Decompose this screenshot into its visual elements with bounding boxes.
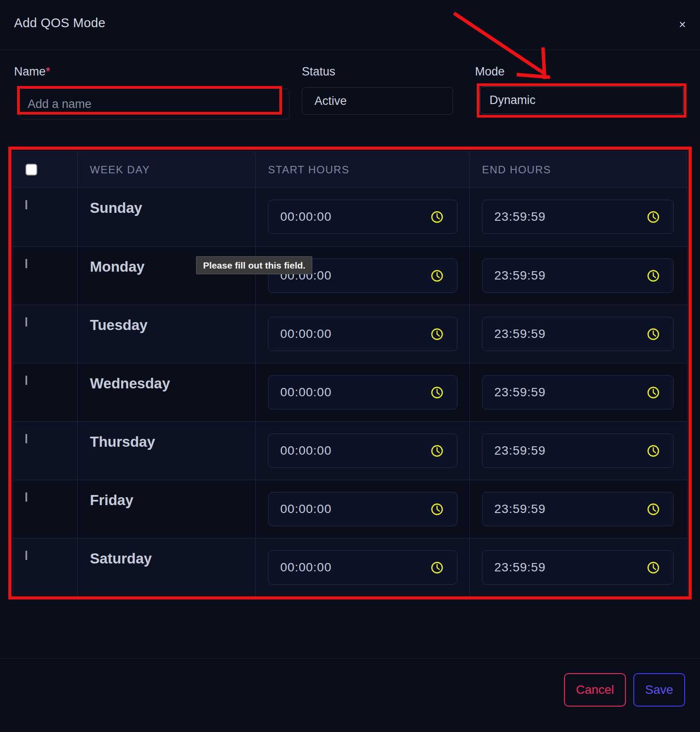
clock-icon[interactable] bbox=[646, 561, 660, 574]
header-end-hours: END HOURS bbox=[470, 152, 687, 187]
weekday-cell: Saturday bbox=[78, 538, 256, 596]
end-time-input[interactable]: 23:59:59 bbox=[482, 200, 674, 234]
start-time-input[interactable]: 00:00:00 bbox=[268, 317, 457, 351]
clock-icon[interactable] bbox=[646, 327, 660, 341]
checkbox-cell bbox=[13, 480, 78, 538]
row-checkbox[interactable] bbox=[25, 434, 27, 443]
table-body: Sunday 00:00:00 23:59:59 bbox=[13, 188, 687, 596]
clock-icon[interactable] bbox=[430, 327, 444, 341]
start-hours-cell: 00:00:00 bbox=[256, 480, 470, 538]
clock-icon[interactable] bbox=[430, 561, 444, 574]
close-icon[interactable]: × bbox=[675, 17, 690, 32]
checkbox-cell bbox=[13, 538, 78, 596]
weekday-cell: Monday bbox=[78, 247, 256, 305]
clock-icon[interactable] bbox=[646, 269, 660, 283]
end-time-input[interactable]: 23:59:59 bbox=[482, 375, 674, 409]
start-time-value: 00:00:00 bbox=[280, 560, 332, 574]
start-time-input[interactable]: 00:00:00 bbox=[268, 434, 457, 468]
save-button[interactable]: Save bbox=[633, 673, 685, 707]
weekday-label: Thursday bbox=[90, 434, 155, 450]
clock-icon[interactable] bbox=[430, 502, 444, 516]
table-row: Saturday 00:00:00 23:59:59 bbox=[13, 538, 687, 596]
clock-icon[interactable] bbox=[646, 210, 660, 224]
clock-icon[interactable] bbox=[430, 269, 444, 283]
weekday-cell: Tuesday bbox=[78, 305, 256, 363]
table-header-row: WEEK DAY START HOURS END HOURS bbox=[13, 152, 687, 188]
end-time-input[interactable]: 23:59:59 bbox=[482, 258, 674, 293]
checkbox-cell bbox=[13, 363, 78, 421]
end-time-input[interactable]: 23:59:59 bbox=[482, 317, 674, 351]
modal-title: Add QOS Mode bbox=[14, 16, 105, 30]
mode-label: Mode bbox=[475, 65, 505, 79]
end-hours-cell: 23:59:59 bbox=[470, 363, 687, 421]
clock-icon[interactable] bbox=[646, 444, 660, 458]
name-input[interactable] bbox=[19, 89, 289, 119]
end-time-value: 23:59:59 bbox=[494, 269, 546, 283]
end-time-value: 23:59:59 bbox=[494, 385, 546, 399]
table-row: Tuesday 00:00:00 23:59:59 bbox=[13, 305, 687, 363]
row-checkbox[interactable] bbox=[25, 259, 27, 268]
start-time-value: 00:00:00 bbox=[280, 210, 332, 224]
end-hours-cell: 23:59:59 bbox=[470, 480, 687, 538]
clock-icon[interactable] bbox=[430, 444, 444, 458]
end-hours-cell: 23:59:59 bbox=[470, 422, 687, 480]
mode-select[interactable]: Dynamic bbox=[480, 86, 683, 114]
modal-header: Add QOS Mode × bbox=[0, 0, 700, 50]
end-hours-cell: 23:59:59 bbox=[470, 538, 687, 596]
end-hours-cell: 23:59:59 bbox=[470, 247, 687, 305]
footer-divider bbox=[0, 658, 700, 659]
weekday-cell: Wednesday bbox=[78, 363, 256, 421]
required-asterisk: * bbox=[46, 65, 50, 78]
start-time-input[interactable]: 00:00:00 bbox=[268, 200, 457, 234]
validation-tooltip: Please fill out this field. bbox=[196, 256, 312, 274]
clock-icon[interactable] bbox=[646, 386, 660, 399]
row-checkbox[interactable] bbox=[25, 200, 27, 209]
weekday-label: Tuesday bbox=[90, 317, 147, 333]
clock-icon[interactable] bbox=[646, 502, 660, 516]
weekday-cell: Sunday bbox=[78, 188, 256, 246]
end-time-input[interactable]: 23:59:59 bbox=[482, 434, 674, 468]
start-hours-cell: 00:00:00 bbox=[256, 363, 470, 421]
end-time-input[interactable]: 23:59:59 bbox=[482, 550, 674, 585]
end-time-value: 23:59:59 bbox=[494, 444, 546, 458]
row-checkbox[interactable] bbox=[25, 317, 27, 327]
clock-icon[interactable] bbox=[430, 386, 444, 399]
table-row: Thursday 00:00:00 23:59:59 bbox=[13, 421, 687, 480]
end-time-value: 23:59:59 bbox=[494, 327, 546, 341]
start-time-input[interactable]: 00:00:00 bbox=[268, 375, 457, 409]
header-start-hours: START HOURS bbox=[256, 152, 470, 187]
clock-icon[interactable] bbox=[430, 210, 444, 224]
table-row: Friday 00:00:00 23:59:59 bbox=[13, 480, 687, 538]
weekday-cell: Friday bbox=[78, 480, 256, 538]
row-checkbox[interactable] bbox=[25, 376, 27, 385]
start-hours-cell: 00:00:00 bbox=[256, 305, 470, 363]
end-time-input[interactable]: 23:59:59 bbox=[482, 492, 674, 526]
checkbox-cell bbox=[13, 247, 78, 305]
status-select[interactable]: Active bbox=[302, 87, 453, 115]
start-time-input[interactable]: 00:00:00 bbox=[268, 492, 457, 526]
table-row: Sunday 00:00:00 23:59:59 bbox=[13, 188, 687, 246]
weekday-cell: Thursday bbox=[78, 422, 256, 480]
end-hours-cell: 23:59:59 bbox=[470, 188, 687, 246]
start-time-input[interactable]: 00:00:00 bbox=[268, 550, 457, 585]
name-label: Name* bbox=[14, 65, 50, 79]
cancel-button[interactable]: Cancel bbox=[564, 673, 626, 707]
start-hours-cell: 00:00:00 bbox=[256, 188, 470, 246]
header-weekday: WEEK DAY bbox=[78, 152, 256, 187]
end-time-value: 23:59:59 bbox=[494, 502, 546, 516]
weekday-label: Wednesday bbox=[90, 375, 170, 391]
table-row: Wednesday 00:00:00 23:59:59 bbox=[13, 363, 687, 421]
checkbox-cell bbox=[13, 422, 78, 480]
row-checkbox[interactable] bbox=[25, 492, 27, 502]
start-time-value: 00:00:00 bbox=[280, 444, 332, 458]
status-label: Status bbox=[302, 65, 336, 79]
weekday-label: Monday bbox=[90, 258, 145, 275]
checkbox-cell bbox=[13, 305, 78, 363]
start-hours-cell: 00:00:00 bbox=[256, 422, 470, 480]
weekday-label: Sunday bbox=[90, 200, 142, 216]
checkbox-cell bbox=[13, 188, 78, 246]
row-checkbox[interactable] bbox=[25, 551, 27, 560]
start-time-value: 00:00:00 bbox=[280, 385, 332, 399]
start-hours-cell: 00:00:00 bbox=[256, 247, 470, 305]
select-all-checkbox[interactable] bbox=[25, 164, 37, 176]
